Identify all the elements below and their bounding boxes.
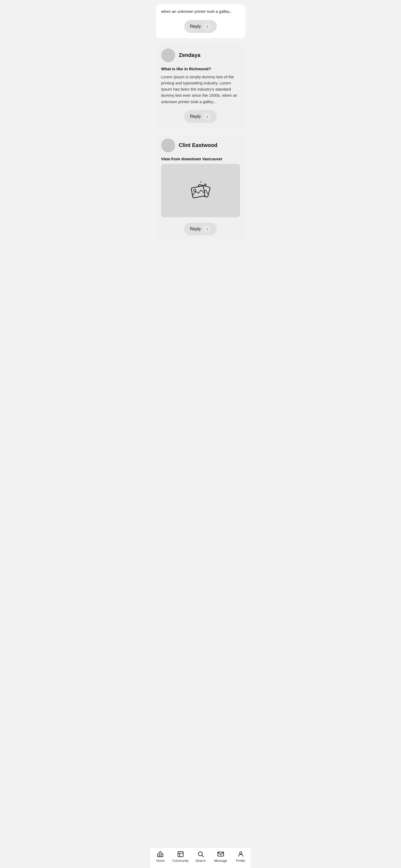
svg-rect-8 (178, 851, 183, 857)
image-placeholder-svg: + + (187, 177, 214, 204)
reply-arrow-icon-partial: › (204, 23, 211, 30)
nav-item-search[interactable]: Search (192, 850, 209, 863)
reply-arrow-icon-zendaya: › (204, 113, 211, 120)
reply-label-clint: Reply (190, 227, 201, 231)
reply-label-zendaya: Reply (190, 114, 201, 119)
reply-arrow-icon-clint: › (204, 225, 211, 233)
reply-button-zendaya[interactable]: Reply › (184, 110, 217, 123)
nav-item-message[interactable]: Message (213, 850, 228, 863)
page-container: when an unknown printer took a galley...… (151, 0, 251, 868)
nav-label-community: Community (173, 859, 189, 863)
post-title-clint: View from downtown Vancouver (161, 157, 240, 161)
post-card-zendaya: Zendaya What is like in Richmond? Lorem … (156, 43, 245, 128)
nav-item-home[interactable]: Home (152, 850, 168, 863)
profile-icon (237, 850, 244, 858)
message-icon (217, 850, 224, 858)
avatar-clint (161, 138, 175, 152)
post-card-clint: Clint Eastwood View from downtown Vancou… (156, 134, 245, 241)
reply-label-partial: Reply (190, 24, 201, 29)
svg-point-12 (240, 852, 242, 854)
search-icon (197, 850, 204, 858)
card-header-zendaya: Zendaya (161, 49, 240, 62)
nav-item-community[interactable]: Community (173, 850, 189, 863)
nav-item-profile[interactable]: Profile (233, 850, 249, 863)
svg-line-10 (202, 856, 204, 857)
svg-point-1 (205, 184, 206, 185)
nav-label-message: Message (214, 859, 227, 863)
username-clint: Clint Eastwood (179, 142, 217, 148)
bottom-navigation: Home Community Search Message (151, 847, 251, 868)
nav-label-home: Home (156, 859, 165, 863)
partial-post-card: when an unknown printer took a galley...… (156, 4, 245, 38)
post-body-zendaya: Lorem Ipsum is simply dummy text of the … (161, 74, 240, 105)
nav-label-profile: Profile (236, 859, 245, 863)
reply-button-clint[interactable]: Reply › (184, 223, 217, 236)
avatar-zendaya (161, 49, 175, 62)
svg-text:+: + (200, 180, 202, 184)
username-zendaya: Zendaya (179, 52, 201, 58)
reply-button-partial[interactable]: Reply › (184, 20, 217, 33)
partial-post-body: when an unknown printer took a galley... (161, 8, 240, 15)
card-header-clint: Clint Eastwood (161, 138, 240, 152)
home-icon (157, 850, 164, 858)
community-icon (177, 850, 184, 858)
post-image-clint: + + (161, 164, 240, 217)
post-title-zendaya: What is like in Richmond? (161, 66, 240, 71)
nav-label-search: Search (195, 859, 206, 863)
